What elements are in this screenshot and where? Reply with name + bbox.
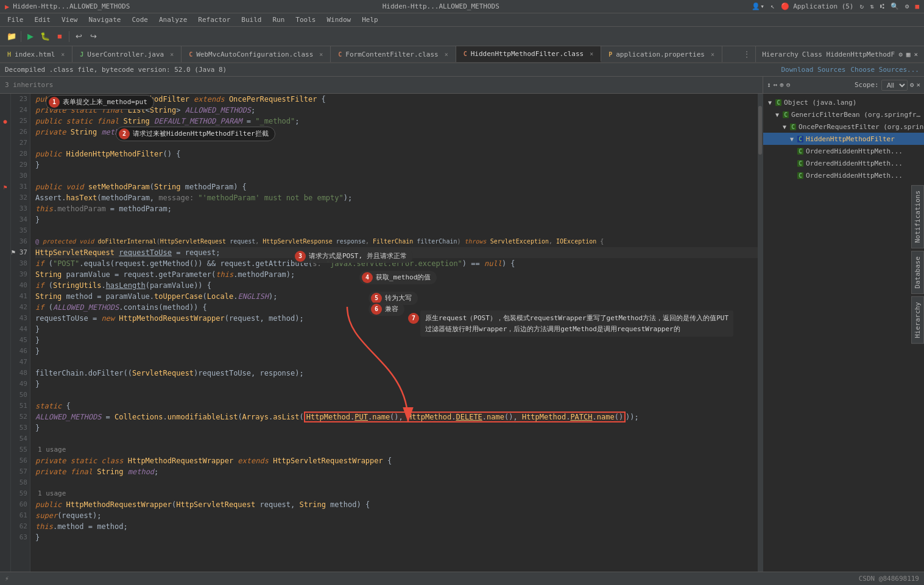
hierarchy-icon1[interactable]: ↕ (767, 81, 771, 89)
status-bar: ⚡ CSDN @848698119 (0, 572, 924, 585)
tabs-bar: H index.html × J UserController.java × C… (0, 46, 924, 63)
code-area: public class HiddenHttpMethodFilter exte… (30, 94, 763, 572)
code-line-52: ALLOWED_METHODS = Collections.unmodifiab… (35, 412, 763, 422)
hierarchy-icon3[interactable]: ⊕ (780, 81, 784, 89)
refresh-btn[interactable]: ↻ (860, 2, 864, 10)
app-label: 🔴 Application (5) (781, 2, 854, 10)
code-line-23: public class HiddenHttpMethodFilter exte… (35, 94, 763, 105)
tab-index[interactable]: H index.html × (0, 46, 72, 62)
tab-formcontent[interactable]: C FormContentFilter.class × (331, 46, 456, 62)
code-line-29: } (35, 159, 763, 170)
decompiled-info: Decompiled .class file, bytecode version… (5, 66, 227, 74)
hierarchy-settings[interactable]: ⚙ (910, 81, 914, 89)
vertical-scrollbar[interactable] (758, 94, 763, 572)
code-line-56: private static class HttpMethodRequestWr… (35, 455, 763, 466)
code-line-61: super(request); (35, 510, 763, 521)
hierarchy-item-ordered3[interactable]: C OrderedHiddenHttpMeth... (763, 169, 924, 181)
side-tab-hierarchy[interactable]: Hierarchy (911, 296, 924, 344)
code-line-59: 1 usage (35, 488, 763, 499)
code-line-63: } (35, 532, 763, 543)
search-btn[interactable]: 🔍 (890, 2, 899, 10)
settings-btn[interactable]: ⚙ (905, 2, 909, 10)
menu-tools[interactable]: Tools (291, 15, 320, 25)
code-line-41: String method = paramValue.toUpperCase(L… (35, 291, 763, 302)
tab-webmvc[interactable]: C WebMvcAutoConfiguration.class × (182, 46, 331, 62)
code-line-31: public void setMethodParam(String method… (35, 181, 763, 192)
code-line-33: this.methodParam = methodParam; (35, 203, 763, 214)
code-line-39: String paramValue = request.getParameter… (35, 269, 763, 280)
line-numbers: 2324252627 2829303132 33343536⚑ 37 38394… (11, 94, 30, 572)
code-line-40: if (StringUtils.hasLength(paramValue)) { (35, 280, 763, 291)
info-bar: Decompiled .class file, bytecode version… (0, 63, 924, 77)
code-line-38: if ("POST".equals(request.getMethod()) &… (35, 258, 763, 269)
hierarchy-item-genericfilterbean[interactable]: ▼ C GenericFilterBean (org.springframewo… (763, 108, 924, 121)
menu-code[interactable]: Code (127, 15, 153, 25)
tab-application[interactable]: P application.properties × (601, 46, 722, 62)
menu-view[interactable]: View (57, 15, 83, 25)
scope-select[interactable]: All (881, 80, 908, 91)
choose-sources-btn[interactable]: Choose Sources... (850, 66, 919, 74)
tab-hiddenhttp[interactable]: C HiddenHttpMethodFilter.class × (456, 46, 602, 62)
code-line-45: } (35, 335, 763, 346)
sync-btn[interactable]: ⇅ (870, 2, 874, 10)
toolbar: 📁 ▶ 🐛 ■ ↩ ↪ (0, 27, 924, 46)
tab-usercontroller[interactable]: J UserController.java × (72, 46, 182, 62)
menu-help[interactable]: Help (357, 15, 383, 25)
menu-bar: File Edit View Navigate Code Analyze Ref… (0, 13, 924, 27)
hierarchy-icon4[interactable]: ⊖ (786, 81, 791, 89)
menu-analyze[interactable]: Analyze (154, 15, 192, 25)
code-line-54 (35, 433, 763, 444)
user-icon: 👤▾ (752, 2, 764, 10)
undo-btn[interactable]: ↩ (72, 30, 85, 43)
code-line-50 (35, 390, 763, 401)
left-gutter: ● ⚑ (0, 94, 11, 572)
code-line-27 (35, 138, 763, 149)
hierarchy-content: ▼ C Object (java.lang) ▼ C GenericFilter… (763, 94, 924, 572)
code-line-55: 1 usage (35, 444, 763, 455)
menu-edit[interactable]: Edit (30, 15, 56, 25)
stop-btn[interactable]: ■ (53, 30, 66, 43)
menu-build[interactable]: Build (236, 15, 266, 25)
hierarchy-icon2[interactable]: ↔ (774, 81, 778, 89)
code-line-26: private String methodParam = "_method"; (35, 127, 763, 138)
scope-label: Scope: (855, 81, 879, 89)
code-line-42: if (ALLOWED_METHODS.contains(method)) { (35, 302, 763, 313)
code-line-43: requestToUse = new HttpMethodRequestWrap… (35, 313, 763, 324)
code-line-49: } (35, 379, 763, 390)
code-line-57: private final String method; (35, 466, 763, 477)
close-hierarchy-icon[interactable]: × (914, 51, 918, 58)
menu-window[interactable]: Window (322, 15, 356, 25)
project-btn[interactable]: 📁 (5, 30, 18, 43)
download-sources-btn[interactable]: Download Sources (781, 66, 845, 74)
status-right: CSDN @848698119 (859, 575, 919, 583)
redo-btn[interactable]: ↪ (86, 30, 100, 43)
code-line-34: } (35, 214, 763, 225)
gear-icon[interactable]: ⚙ (898, 51, 903, 58)
hierarchy-item-ordered2[interactable]: C OrderedHiddenHttpMeth... (763, 157, 924, 169)
side-tab-database[interactable]: Database (911, 251, 924, 294)
code-line-62: this.method = method; (35, 521, 763, 532)
hierarchy-item-onceper[interactable]: ▼ C OncePerRequestFilter (org.sprin (763, 121, 924, 133)
debug-btn[interactable]: 🐛 (38, 30, 52, 43)
title-bar: ▶ Hidden-Http...ALLOWED_METHODS Hidden-H… (0, 0, 924, 13)
code-line-60: public HttpMethodRequestWrapper(HttpServ… (35, 499, 763, 510)
menu-file[interactable]: File (2, 15, 29, 25)
hierarchy-title-label: Hierarchy (762, 51, 799, 58)
layout-icon[interactable]: ▦ (906, 51, 911, 58)
hierarchy-item-ordered1[interactable]: C OrderedHiddenHttpMeth... (763, 145, 924, 157)
code-line-58 (35, 477, 763, 488)
hierarchy-close[interactable]: × (916, 81, 920, 89)
git-btn[interactable]: ⑆ (880, 2, 884, 10)
code-line-32: Assert.hasText(methodParam, message: "'m… (35, 192, 763, 203)
cursor-icon: ↖ (771, 2, 775, 10)
code-line-28: public HiddenHttpMethodFilter() { (35, 149, 763, 159)
menu-refactor[interactable]: Refactor (193, 15, 235, 25)
side-tab-notifications[interactable]: Notifications (911, 185, 924, 248)
hierarchy-item-object[interactable]: ▼ C Object (java.lang) (763, 96, 924, 108)
menu-navigate[interactable]: Navigate (84, 15, 126, 25)
hierarchy-item-hidden[interactable]: ▼ C HiddenHttpMethodFilter (763, 133, 924, 145)
menu-run[interactable]: Run (267, 15, 289, 25)
code-line-44: } (35, 324, 763, 335)
run-btn[interactable]: ▶ (24, 30, 37, 43)
close-btn[interactable]: ■ (915, 2, 919, 10)
